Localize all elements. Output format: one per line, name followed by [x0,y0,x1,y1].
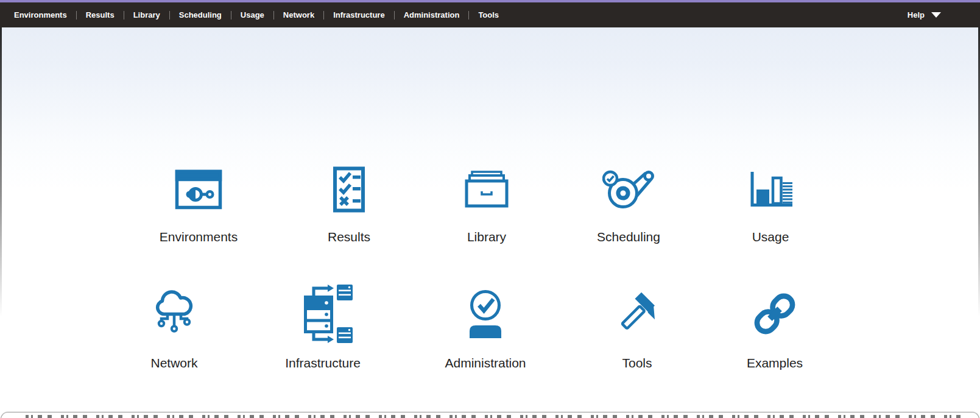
bar-chart-icon [747,165,794,214]
pulley-clock-icon [602,165,655,214]
nav-item-administration[interactable]: Administration [385,2,460,27]
footer-clipped-text [26,415,961,418]
tile-results[interactable]: Results [279,165,419,245]
tile-administration[interactable]: Administration [415,283,555,371]
main-nav: Environments Results Library Scheduling … [0,2,980,27]
tile-label: Network [150,355,197,371]
checklist-icon [333,165,365,214]
app-window-nodes-icon [175,165,222,214]
hammer-icon [615,283,660,344]
help-label: Help [908,10,925,19]
home-grid: Environments Results [0,27,980,418]
nav-item-tools[interactable]: Tools [459,2,499,27]
file-drawer-icon [464,165,509,214]
cloud-network-icon [153,283,195,344]
nav-item-results[interactable]: Results [67,2,115,27]
tile-infrastructure[interactable]: Infrastructure [253,283,393,371]
nav-item-network[interactable]: Network [264,2,314,27]
tile-label: Examples [747,355,803,371]
nav-item-library[interactable]: Library [115,2,160,27]
tile-scheduling[interactable]: Scheduling [559,165,699,245]
tile-library[interactable]: Library [417,165,557,245]
tile-label: Infrastructure [285,355,361,371]
tile-label: Administration [445,355,526,371]
tile-label: Scheduling [597,229,660,245]
tile-examples[interactable]: Examples [705,283,845,371]
tile-label: Environments [160,229,238,245]
nav-item-usage[interactable]: Usage [222,2,264,27]
tile-tools[interactable]: Tools [567,283,707,371]
app-window: Environments Results Library Scheduling … [0,0,980,418]
servers-sync-icon [292,283,354,344]
chevron-down-icon [931,12,941,18]
tile-environments[interactable]: Environments [129,165,269,245]
left-edge-shade [0,27,2,332]
footer-bar [1,412,979,418]
nav-item-infrastructure[interactable]: Infrastructure [314,2,385,27]
tile-label: Results [328,229,370,245]
tile-network[interactable]: Network [104,283,244,371]
user-check-icon [466,283,505,344]
nav-item-environments[interactable]: Environments [14,2,67,27]
help-menu[interactable]: Help [908,10,941,19]
tile-label: Library [467,229,506,245]
tile-label: Usage [752,229,789,245]
tile-usage[interactable]: Usage [700,165,841,245]
tile-label: Tools [622,355,652,371]
nav-menu: Environments Results Library Scheduling … [0,2,499,27]
nav-item-scheduling[interactable]: Scheduling [160,2,222,27]
chain-link-icon [750,283,799,344]
